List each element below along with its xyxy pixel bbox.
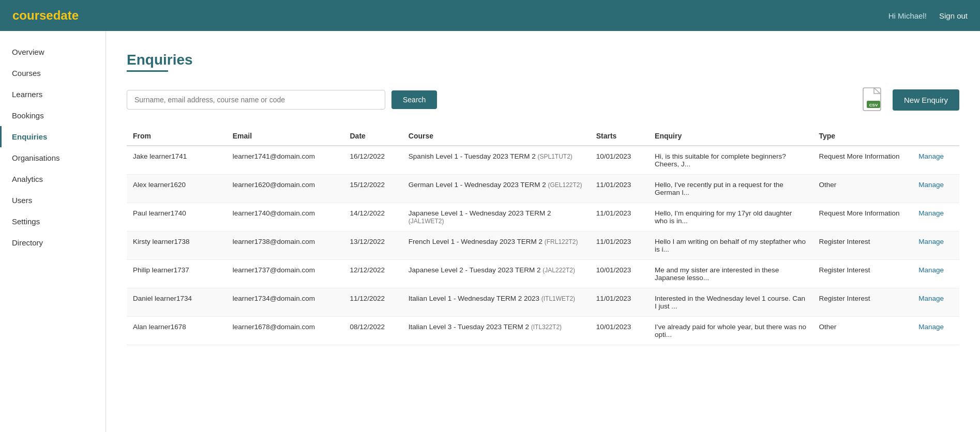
search-input[interactable]: [127, 90, 385, 110]
sidebar-item-learners[interactable]: Learners: [0, 84, 105, 105]
cell-date: 16/12/2022: [343, 146, 402, 175]
manage-link[interactable]: Manage: [918, 323, 944, 331]
enquiries-table: From Email Date Course Starts Enquiry Ty…: [127, 127, 959, 345]
col-header-email: Email: [227, 127, 344, 146]
title-underline: [127, 70, 168, 72]
cell-enquiry: Hi, is this suitable for complete beginn…: [649, 146, 812, 175]
cell-enquiry: Hello, I've recently put in a request fo…: [649, 175, 812, 203]
cell-course: German Level 1 - Wednesday 2023 TERM 2 (…: [402, 175, 590, 203]
cell-course: Italian Level 1 - Wednesday TERM 2 2023 …: [402, 288, 590, 317]
cell-from: Jake learner1741: [127, 146, 227, 175]
cell-enquiry: I've already paid for whole year, but th…: [649, 317, 812, 345]
cell-course: French Level 1 - Wednesday 2023 TERM 2 (…: [402, 232, 590, 260]
cell-from: Paul learner1740: [127, 203, 227, 232]
col-header-date: Date: [343, 127, 402, 146]
col-header-type: Type: [813, 127, 913, 146]
manage-link[interactable]: Manage: [918, 266, 944, 274]
cell-type: Request More Information: [813, 146, 913, 175]
cell-email: learner1740@domain.com: [227, 203, 344, 232]
logo-date: date: [53, 8, 79, 22]
cell-date: 12/12/2022: [343, 260, 402, 288]
cell-enquiry: Hello I am writing on behalf of my stepf…: [649, 232, 812, 260]
greeting-text: Hi Michael!: [888, 11, 927, 20]
cell-action[interactable]: Manage: [912, 260, 959, 288]
cell-type: Request More Information: [813, 203, 913, 232]
cell-enquiry: Interested in the Wednesday level 1 cour…: [649, 288, 812, 317]
svg-text:CSV: CSV: [869, 103, 878, 107]
cell-from: Alan learner1678: [127, 317, 227, 345]
sign-out-button[interactable]: Sign out: [939, 11, 968, 20]
cell-action[interactable]: Manage: [912, 175, 959, 203]
manage-link[interactable]: Manage: [918, 152, 944, 160]
page-title: Enquiries: [127, 52, 959, 68]
table-row: Daniel learner1734 learner1734@domain.co…: [127, 288, 959, 317]
table-row: Paul learner1740 learner1740@domain.com …: [127, 203, 959, 232]
cell-action[interactable]: Manage: [912, 317, 959, 345]
logo: coursedate: [12, 8, 79, 23]
cell-enquiry: Me and my sister are interested in these…: [649, 260, 812, 288]
cell-from: Philip learner1737: [127, 260, 227, 288]
cell-date: 14/12/2022: [343, 203, 402, 232]
cell-starts: 11/01/2023: [590, 288, 649, 317]
cell-course: Spanish Level 1 - Tuesday 2023 TERM 2 (S…: [402, 146, 590, 175]
sidebar-item-settings[interactable]: Settings: [0, 211, 105, 232]
manage-link[interactable]: Manage: [918, 181, 944, 189]
sidebar-item-courses[interactable]: Courses: [0, 63, 105, 84]
cell-course: Japanese Level 1 - Wednesday 2023 TERM 2…: [402, 203, 590, 232]
main-content: Enquiries Search CSV New Enquiry: [106, 31, 980, 432]
cell-date: 15/12/2022: [343, 175, 402, 203]
cell-email: learner1678@domain.com: [227, 317, 344, 345]
search-button[interactable]: Search: [391, 90, 437, 109]
cell-date: 13/12/2022: [343, 232, 402, 260]
manage-link[interactable]: Manage: [918, 238, 944, 245]
col-header-course: Course: [402, 127, 590, 146]
cell-action[interactable]: Manage: [912, 288, 959, 317]
cell-from: Daniel learner1734: [127, 288, 227, 317]
cell-type: Register Interest: [813, 232, 913, 260]
cell-from: Alex learner1620: [127, 175, 227, 203]
cell-action[interactable]: Manage: [912, 203, 959, 232]
cell-action[interactable]: Manage: [912, 232, 959, 260]
cell-email: learner1738@domain.com: [227, 232, 344, 260]
cell-email: learner1620@domain.com: [227, 175, 344, 203]
cell-email: learner1737@domain.com: [227, 260, 344, 288]
table-row: Alex learner1620 learner1620@domain.com …: [127, 175, 959, 203]
table-row: Alan learner1678 learner1678@domain.com …: [127, 317, 959, 345]
new-enquiry-button[interactable]: New Enquiry: [893, 89, 959, 111]
sidebar-item-users[interactable]: Users: [0, 190, 105, 211]
table-row: Philip learner1737 learner1737@domain.co…: [127, 260, 959, 288]
sidebar-item-overview[interactable]: Overview: [0, 41, 105, 63]
cell-email: learner1741@domain.com: [227, 146, 344, 175]
col-header-enquiry: Enquiry: [649, 127, 812, 146]
csv-export-button[interactable]: CSV: [863, 87, 884, 112]
actions-right: CSV New Enquiry: [863, 87, 959, 112]
table-row: Kirsty learner1738 learner1738@domain.co…: [127, 232, 959, 260]
sidebar-item-organisations[interactable]: Organisations: [0, 147, 105, 168]
sidebar: Overview Courses Learners Bookings Enqui…: [0, 31, 106, 432]
cell-starts: 10/01/2023: [590, 317, 649, 345]
sidebar-item-directory[interactable]: Directory: [0, 232, 105, 253]
sidebar-item-analytics[interactable]: Analytics: [0, 168, 105, 190]
logo-course: course: [12, 8, 53, 22]
cell-type: Other: [813, 317, 913, 345]
sidebar-item-enquiries[interactable]: Enquiries: [0, 126, 105, 147]
cell-starts: 11/01/2023: [590, 175, 649, 203]
cell-email: learner1734@domain.com: [227, 288, 344, 317]
cell-from: Kirsty learner1738: [127, 232, 227, 260]
manage-link[interactable]: Manage: [918, 209, 944, 217]
cell-type: Register Interest: [813, 288, 913, 317]
cell-date: 11/12/2022: [343, 288, 402, 317]
table-row: Jake learner1741 learner1741@domain.com …: [127, 146, 959, 175]
cell-course: Italian Level 3 - Tuesday 2023 TERM 2 (I…: [402, 317, 590, 345]
cell-date: 08/12/2022: [343, 317, 402, 345]
cell-starts: 11/01/2023: [590, 232, 649, 260]
cell-starts: 10/01/2023: [590, 146, 649, 175]
cell-action[interactable]: Manage: [912, 146, 959, 175]
cell-starts: 11/01/2023: [590, 203, 649, 232]
sidebar-item-bookings[interactable]: Bookings: [0, 105, 105, 126]
search-row: Search CSV New Enquiry: [127, 87, 959, 112]
manage-link[interactable]: Manage: [918, 295, 944, 302]
cell-starts: 10/01/2023: [590, 260, 649, 288]
col-header-starts: Starts: [590, 127, 649, 146]
col-header-from: From: [127, 127, 227, 146]
